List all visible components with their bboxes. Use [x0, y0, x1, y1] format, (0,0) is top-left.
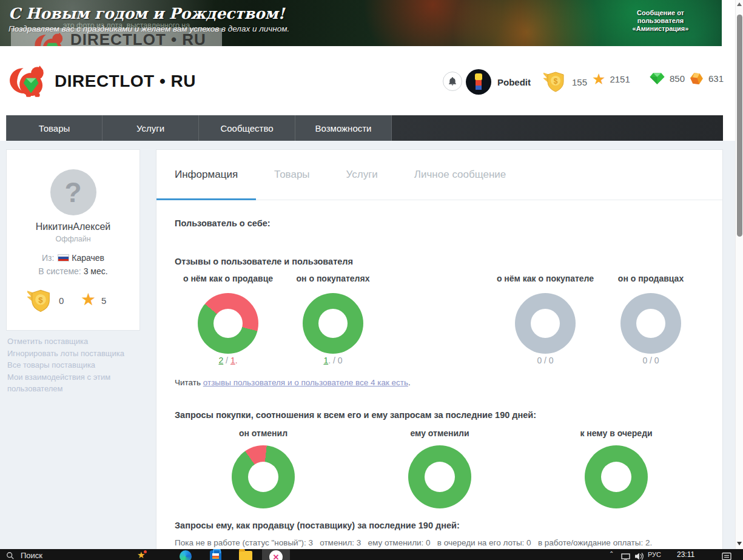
content-tabs: Информация Товары Услуги Личное сообщени… — [156, 150, 722, 200]
nav-item-vozmozhnosti[interactable]: Возможности — [295, 115, 392, 141]
profile-card: ? НикитинАлексей Оффлайн Из:Карачев В си… — [6, 149, 140, 331]
donut-title: он о покупателях — [281, 274, 385, 285]
system-value: 3 мес. — [84, 266, 108, 276]
caption-part: 0 / 0 — [642, 356, 659, 365]
donut-chart — [620, 293, 681, 354]
action-center-icon[interactable] — [722, 551, 731, 560]
active-app-icon: ✕ — [269, 550, 283, 560]
donut-caption: 2 / 1. — [177, 356, 280, 365]
file-explorer-icon[interactable] — [239, 551, 252, 560]
shield-dollar-icon: $ — [27, 288, 54, 314]
site-logo[interactable]: DIRECTLOT • RU — [7, 64, 196, 98]
brand-text: DIRECTLOT • RU — [55, 72, 196, 91]
search-label: Поиск — [21, 551, 42, 560]
shield-count: 155 — [572, 77, 587, 87]
donut-caption: 0 / 0 — [599, 356, 702, 365]
scrollbar[interactable] — [735, 0, 743, 549]
caption-part: . — [235, 356, 238, 365]
orange-gem-count: 631 — [708, 73, 724, 84]
link-my-interactions[interactable]: Мои взаимодействия с этим пользователем — [7, 371, 140, 395]
tray-chevron-icon[interactable]: ⌃ — [609, 550, 614, 560]
squirrel-watermark-icon — [33, 32, 67, 46]
donut-title: он о продавцах — [599, 274, 702, 285]
donut-caption: 0 / 0 — [494, 356, 597, 365]
tab-lichnoe-soobshchenie[interactable]: Личное сообщение — [396, 150, 524, 200]
edge-browser-icon[interactable] — [180, 550, 192, 560]
bell-icon — [448, 76, 457, 86]
scroll-up-arrow-icon[interactable] — [737, 2, 742, 6]
read-reviews-line: Читать отзывы пользователя и о пользоват… — [175, 378, 411, 387]
speaker-icon[interactable] — [634, 551, 644, 560]
svg-text:$: $ — [554, 77, 558, 86]
nav-item-soobshchestvo[interactable]: Сообщество — [199, 115, 295, 141]
donut-he-cancelled: он отменил — [203, 428, 324, 508]
donut-as-buyer: о нём как о покупателе 0 / 0 — [494, 274, 597, 365]
site-header: DIRECTLOT • RU Pobedit $ 155 ★ 2151 850 — [0, 46, 735, 115]
link-mark-supplier[interactable]: Отметить поставщика — [7, 336, 140, 348]
active-app-tile[interactable]: ✕ — [262, 549, 290, 560]
scrollbar-thumb[interactable] — [737, 15, 742, 237]
link-all-goods[interactable]: Все товары поставщика — [7, 359, 140, 371]
profile-system-row: В системе: 3 мес. — [7, 266, 140, 276]
widgets-star-icon[interactable]: ★ — [137, 550, 145, 560]
stars-counter: ★ 2151 — [592, 72, 630, 87]
user-avatar[interactable] — [466, 69, 491, 95]
main-content: Информация Товары Услуги Личное сообщени… — [156, 149, 723, 560]
seller-stats: Пока не в работе (статус "новый"): 3 отм… — [175, 538, 652, 547]
scroll-down-arrow-icon[interactable] — [737, 542, 742, 545]
green-gem-counter: 850 — [649, 72, 685, 85]
donut-about-sellers: он о продавцах 0 / 0 — [599, 274, 702, 365]
squirrel-logo-icon — [7, 64, 49, 98]
microsoft-store-icon[interactable] — [210, 550, 221, 560]
donut-queue-to-him: к нему в очереди — [556, 428, 677, 508]
profile-shield-count: 0 — [59, 295, 64, 306]
current-username[interactable]: Pobedit — [497, 77, 531, 87]
tab-uslugi[interactable]: Услуги — [328, 150, 396, 200]
language-indicator[interactable]: РУС — [648, 551, 661, 560]
donut-chart — [198, 293, 258, 354]
caption-part: / — [223, 356, 230, 365]
tab-tovary[interactable]: Товары — [256, 150, 328, 200]
from-value: Карачев — [72, 253, 104, 263]
caption-part: / — [331, 356, 338, 365]
photo-watermark: DIRECTLOT • RU — [11, 28, 222, 46]
orange-gem-icon — [689, 72, 704, 86]
from-label: Из: — [42, 253, 54, 263]
system-label: В системе: — [38, 266, 81, 276]
search-icon — [6, 552, 15, 560]
profile-avatar-placeholder: ? — [50, 169, 96, 215]
clock[interactable]: 23:11 — [677, 550, 694, 560]
donut-chart — [515, 293, 576, 354]
reviews-charts-row: о нём как о продавце 2 / 1. он о покупат… — [156, 274, 722, 374]
caption-part: 0 — [338, 356, 343, 365]
stars-count: 2151 — [610, 74, 630, 84]
admin-message: Сообщение от пользователя «Аминистрация» — [625, 9, 696, 33]
donut-title: о нём как о продавце — [177, 274, 280, 285]
donut-seller-reviews: о нём как о продавце 2 / 1. — [177, 274, 280, 365]
nav-item-tovary[interactable]: Товары — [6, 115, 103, 141]
profile-actions: Отметить поставщика Игнорировать лоты по… — [7, 336, 140, 395]
seller-heading: Запросы ему, как продавцу (поставщику) з… — [175, 521, 460, 530]
tab-informatsiya[interactable]: Информация — [156, 150, 256, 200]
donut-title: ему отменили — [379, 428, 500, 439]
donut-chart — [585, 445, 648, 508]
donut-chart — [232, 445, 295, 508]
taskbar: Поиск ★ ✕ ⌃ РУС 23:11 — [0, 549, 743, 560]
caption-part[interactable]: 1 — [230, 356, 235, 365]
caption-part: 0 / 0 — [537, 356, 553, 365]
watermark-brand: DIRECTLOT • RU — [70, 30, 206, 47]
notifications-button[interactable] — [443, 72, 462, 91]
donut-title: он отменил — [203, 428, 324, 439]
link-ignore-lots[interactable]: Игнорировать лоты поставщика — [7, 348, 140, 360]
svg-text:$: $ — [38, 295, 43, 305]
taskbar-search[interactable]: Поиск — [6, 551, 42, 560]
purchase-heading: Запросы покупки, соотношения к всем его … — [175, 410, 536, 420]
display-icon[interactable] — [621, 552, 630, 560]
star-icon: ★ — [81, 292, 96, 307]
donut-caption: 1. / 0 — [281, 356, 385, 365]
read-reviews-link[interactable]: отзывы пользователя и о пользователе все… — [203, 378, 408, 387]
donut-title: о нём как о покупателе — [494, 274, 597, 285]
profile-name: НикитинАлексей — [7, 221, 140, 232]
nav-item-uslugi[interactable]: Услуги — [103, 115, 199, 141]
about-heading: Пользователь о себе: — [175, 218, 271, 228]
